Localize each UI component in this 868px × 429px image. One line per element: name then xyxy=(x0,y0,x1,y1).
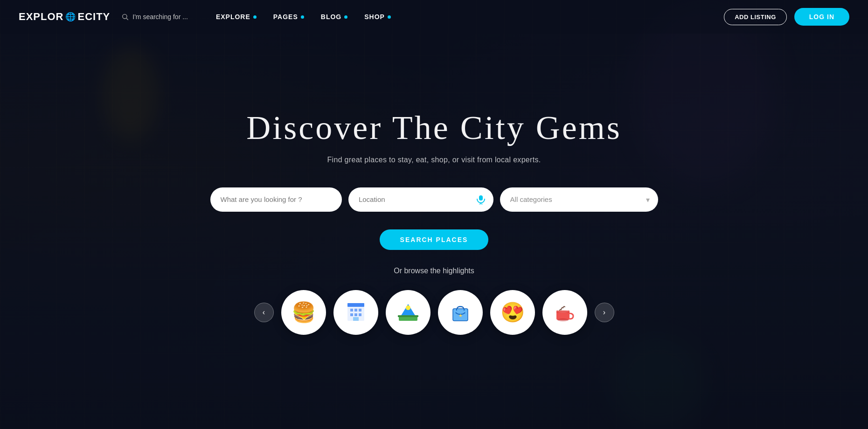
search-places-button[interactable]: SEARCH PLACES xyxy=(380,229,489,250)
nav-links: EXPLORE PAGES BLOG SHOP xyxy=(216,13,724,21)
what-search-input[interactable] xyxy=(210,187,342,212)
svg-point-0 xyxy=(123,14,127,19)
svg-rect-12 xyxy=(359,313,361,316)
hero-subtitle: Find great places to stay, eat, shop, or… xyxy=(327,156,541,164)
nav-search-trigger[interactable]: I'm searching for ... xyxy=(121,13,188,21)
category-shopping[interactable]: ★ xyxy=(438,290,483,335)
navbar: EXPLOR 🌐 ECITY I'm searching for ... EXP… xyxy=(0,0,868,34)
category-hotels[interactable] xyxy=(333,290,378,335)
browse-highlights-text: Or browse the highlights xyxy=(394,267,474,275)
hero-section: Discover The City Gems Find great places… xyxy=(0,0,868,429)
nav-dot-blog xyxy=(344,15,347,19)
prev-category-button[interactable]: ‹ xyxy=(254,303,274,322)
svg-point-22 xyxy=(557,318,569,321)
microphone-icon[interactable] xyxy=(476,194,486,205)
nav-dot-shop xyxy=(388,15,391,19)
category-food[interactable]: 🍔 xyxy=(281,290,326,335)
search-icon xyxy=(121,13,129,21)
location-search-input[interactable] xyxy=(348,187,493,212)
svg-rect-10 xyxy=(350,313,353,316)
nav-link-shop[interactable]: SHOP xyxy=(364,13,391,21)
svg-point-16 xyxy=(406,305,410,310)
svg-rect-6 xyxy=(347,303,364,307)
category-entertainment[interactable]: 😍 xyxy=(490,290,535,335)
hero-title: Discover The City Gems xyxy=(246,109,622,147)
svg-rect-17 xyxy=(398,315,418,317)
nav-link-pages[interactable]: PAGES xyxy=(273,13,304,21)
add-listing-button[interactable]: ADD LISTING xyxy=(724,9,787,25)
nav-dot-explore xyxy=(253,15,257,19)
category-cafe[interactable] xyxy=(542,290,587,335)
svg-rect-9 xyxy=(359,309,361,311)
nav-search-label: I'm searching for ... xyxy=(132,13,188,21)
svg-rect-8 xyxy=(354,309,357,311)
svg-rect-11 xyxy=(354,313,357,316)
category-select[interactable]: All categories Restaurants Hotels Shoppi… xyxy=(500,187,658,212)
what-input-wrap xyxy=(210,187,342,212)
svg-rect-2 xyxy=(479,195,483,201)
logo-city-text: ECITY xyxy=(77,11,110,23)
search-bar: All categories Restaurants Hotels Shoppi… xyxy=(210,187,658,212)
category-icons-row: ‹ 🍔 xyxy=(254,290,614,335)
logo-explore-text: EXPLOR xyxy=(19,11,63,23)
svg-rect-7 xyxy=(350,309,353,311)
svg-point-24 xyxy=(556,310,569,313)
login-button[interactable]: LOG IN xyxy=(794,8,849,26)
svg-rect-13 xyxy=(353,317,359,321)
nav-link-blog[interactable]: BLOG xyxy=(321,13,347,21)
logo-globe-icon: 🌐 xyxy=(65,12,76,22)
category-select-wrap: All categories Restaurants Hotels Shoppi… xyxy=(500,187,658,212)
next-category-button[interactable]: › xyxy=(595,303,614,322)
nav-actions: ADD LISTING LOG IN xyxy=(724,8,849,26)
category-attractions[interactable] xyxy=(386,290,431,335)
nav-link-explore[interactable]: EXPLORE xyxy=(216,13,257,21)
svg-text:★: ★ xyxy=(458,313,462,318)
location-input-wrap xyxy=(348,187,493,212)
svg-line-1 xyxy=(126,18,128,20)
logo[interactable]: EXPLOR 🌐 ECITY xyxy=(19,11,110,23)
nav-dot-pages xyxy=(301,15,304,19)
